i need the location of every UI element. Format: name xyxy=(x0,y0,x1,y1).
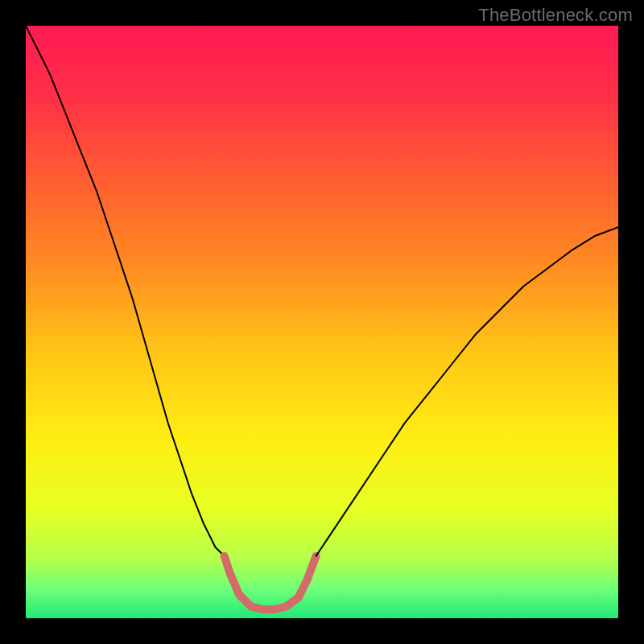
chart-frame: TheBottleneck.com xyxy=(0,0,644,644)
watermark-label: TheBottleneck.com xyxy=(478,5,633,26)
bottleneck-plot xyxy=(0,0,644,644)
plot-background xyxy=(26,26,618,618)
